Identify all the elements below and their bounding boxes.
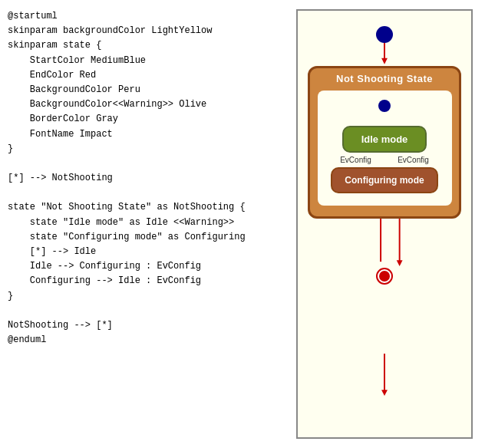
evconfig-label-2: EvConfig: [398, 156, 429, 164]
idle-label: Idle mode: [348, 133, 421, 145]
final-dot-inner: [379, 271, 390, 282]
svg-marker-9: [381, 390, 388, 396]
code-panel: @startuml skinparam backgroundColor Ligh…: [0, 0, 284, 448]
not-shooting-label: Not Shooting State: [333, 68, 436, 91]
configuring-mode-box: Configuring mode: [331, 167, 438, 193]
evconfig-label-1: EvConfig: [340, 156, 371, 164]
not-shooting-box: Not Shooting State Idle mode EvConfig Ev…: [308, 66, 461, 219]
initial-state-dot: [376, 26, 393, 43]
svg-marker-1: [381, 58, 388, 64]
inner-area: Idle mode EvConfig EvConfig Configuring …: [318, 91, 452, 206]
inner-initial-dot: [378, 100, 391, 112]
final-dot: [376, 268, 393, 285]
idle-mode-box: Idle mode: [342, 126, 427, 153]
diagram-container: Not Shooting State Idle mode EvConfig Ev…: [296, 9, 473, 439]
configuring-label: Configuring mode: [337, 175, 432, 186]
diagram-panel: Not Shooting State Idle mode EvConfig Ev…: [284, 0, 485, 448]
final-state: [376, 268, 393, 285]
evconfig-labels: EvConfig EvConfig: [327, 156, 442, 164]
svg-marker-5: [397, 260, 403, 266]
